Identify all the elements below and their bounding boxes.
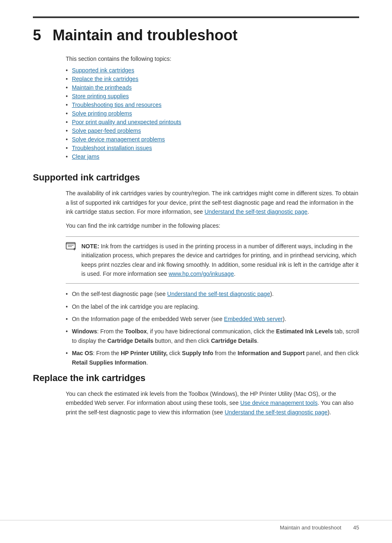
replace-text-3: ).: [327, 409, 331, 416]
list-item: Solve printing problems: [66, 110, 359, 117]
list-item: Maintain the printheads: [66, 84, 359, 91]
section-content-replace-ink: You can check the estimated ink levels f…: [66, 389, 359, 417]
chapter-number: 5: [33, 27, 41, 44]
bullet-text-1: On the self-test diagnostic page (see Un…: [72, 289, 274, 298]
chapter-title-text: Maintain and troubleshoot: [53, 27, 238, 44]
top-border: [33, 16, 359, 18]
toc-link-replace-ink[interactable]: Replace the ink cartridges: [72, 76, 138, 82]
footer-page-number: 45: [353, 525, 359, 531]
section-title-supported-ink: Supported ink cartridges: [33, 172, 359, 183]
note-icon: [66, 242, 77, 252]
toc-link-clear-jams[interactable]: Clear jams: [72, 153, 99, 160]
link-self-test-2[interactable]: Understand the self-test diagnostic page: [167, 291, 270, 297]
replace-ink-paragraph: You can check the estimated ink levels f…: [66, 389, 359, 417]
bullet-list-cartridge: On the self-test diagnostic page (see Un…: [66, 289, 359, 367]
bullet-text-3: On the Information page of the embedded …: [72, 314, 286, 323]
bullet-text-windows: Windows: From the Toolbox, if you have b…: [72, 327, 359, 345]
toc-link-store-printing[interactable]: Store printing supplies: [72, 93, 129, 99]
section-paragraph-2: You can find the ink cartridge number in…: [66, 221, 359, 230]
list-item: Supported ink cartridges: [66, 67, 359, 74]
info-support-label: Information and Support: [238, 350, 304, 356]
section-content-supported-ink: The availability of ink cartridges varie…: [66, 189, 359, 367]
estimated-ink-label: Estimated Ink Levels: [276, 328, 333, 335]
section-supported-ink: Supported ink cartridges The availabilit…: [33, 172, 359, 367]
intro-text: This section contains the following topi…: [66, 55, 359, 62]
footer-label: Maintain and troubleshoot: [280, 525, 341, 531]
toc-link-poor-print[interactable]: Poor print quality and unexpected printo…: [72, 119, 181, 125]
note-box: NOTE: Ink from the cartridges is used in…: [66, 236, 359, 284]
list-item: Troubleshoot installation issues: [66, 145, 359, 151]
list-item: Poor print quality and unexpected printo…: [66, 119, 359, 125]
note-period: .: [234, 270, 235, 277]
link-inkusage[interactable]: www.hp.com/go/inkusage: [168, 270, 234, 277]
link-device-management[interactable]: Use device management tools: [240, 400, 318, 406]
note-content: NOTE: Ink from the cartridges is used in…: [81, 242, 359, 279]
retail-supplies-label: Retail Supplies Information: [72, 359, 146, 366]
list-item: On the self-test diagnostic page (see Un…: [66, 289, 359, 298]
page: 5Maintain and troubleshoot This section …: [0, 0, 392, 543]
supply-info-label: Supply Info: [182, 350, 213, 356]
list-item: Troubleshooting tips and resources: [66, 102, 359, 108]
section-title-replace-ink: Replace the ink cartridges: [33, 373, 359, 384]
toc-link-installation[interactable]: Troubleshoot installation issues: [72, 145, 152, 151]
list-item: Mac OS: From the HP Printer Utility, cli…: [66, 349, 359, 367]
list-item: Store printing supplies: [66, 93, 359, 99]
windows-label: Windows: [72, 328, 97, 335]
toc-link-troubleshooting-tips[interactable]: Troubleshooting tips and resources: [72, 102, 161, 108]
bullet-text-macos: Mac OS: From the HP Printer Utility, cli…: [72, 349, 359, 367]
hp-printer-utility-label: HP Printer Utility,: [121, 350, 168, 356]
period-1: .: [307, 208, 309, 215]
link-embedded-web[interactable]: Embedded Web server: [224, 316, 283, 322]
list-item: On the Information page of the embedded …: [66, 314, 359, 323]
bullet-text-2: On the label of the ink cartridge you ar…: [72, 302, 199, 311]
section-paragraph-1: The availability of ink cartridges varie…: [66, 189, 359, 216]
toc-link-solve-printing[interactable]: Solve printing problems: [72, 110, 132, 117]
cartridge-details-label-1: Cartridge Details: [107, 337, 153, 344]
table-of-contents: Supported ink cartridges Replace the ink…: [66, 67, 359, 160]
link-self-test-3[interactable]: Understand the self-test diagnostic page: [225, 409, 328, 416]
footer: Maintain and troubleshoot 45: [0, 520, 392, 531]
chapter-title: 5Maintain and troubleshoot: [33, 26, 359, 44]
list-item: Clear jams: [66, 153, 359, 160]
toc-link-device-management[interactable]: Solve device management problems: [72, 136, 165, 143]
macos-label: Mac OS: [72, 350, 93, 356]
cartridge-details-label-2: Cartridge Details: [211, 337, 257, 344]
note-label: NOTE:: [81, 243, 99, 250]
toolbox-label: Toolbox: [125, 328, 147, 335]
toc-link-maintain-printheads[interactable]: Maintain the printheads: [72, 84, 132, 91]
list-item: On the label of the ink cartridge you ar…: [66, 302, 359, 311]
link-self-test-1[interactable]: Understand the self-test diagnostic page: [205, 208, 308, 215]
list-item: Solve device management problems: [66, 136, 359, 143]
footer-center: Maintain and troubleshoot 45: [280, 525, 359, 531]
list-item: Windows: From the Toolbox, if you have b…: [66, 327, 359, 345]
list-item: Replace the ink cartridges: [66, 76, 359, 82]
list-item: Solve paper-feed problems: [66, 127, 359, 134]
toc-link-paper-feed[interactable]: Solve paper-feed problems: [72, 127, 141, 134]
toc-link-supported-ink[interactable]: Supported ink cartridges: [72, 67, 134, 74]
section-replace-ink: Replace the ink cartridges You can check…: [33, 373, 359, 417]
